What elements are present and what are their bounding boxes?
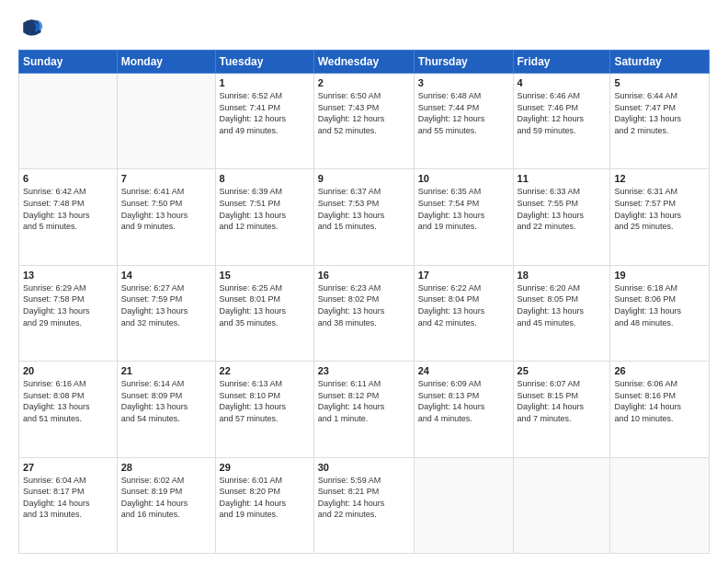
calendar: SundayMondayTuesdayWednesdayThursdayFrid…	[18, 50, 710, 554]
day-detail: Sunrise: 6:22 AM Sunset: 8:04 PM Dayligh…	[418, 282, 509, 328]
calendar-cell: 16Sunrise: 6:23 AM Sunset: 8:02 PM Dayli…	[313, 265, 414, 361]
day-detail: Sunrise: 6:42 AM Sunset: 7:48 PM Dayligh…	[23, 186, 113, 232]
day-number: 13	[23, 270, 113, 281]
calendar-cell	[19, 74, 118, 169]
day-detail: Sunrise: 6:14 AM Sunset: 8:09 PM Dayligh…	[121, 378, 211, 424]
day-detail: Sunrise: 6:06 AM Sunset: 8:16 PM Dayligh…	[614, 378, 705, 424]
day-number: 26	[614, 365, 705, 376]
logo	[18, 15, 48, 40]
calendar-cell: 11Sunrise: 6:33 AM Sunset: 7:55 PM Dayli…	[513, 169, 610, 265]
calendar-cell: 14Sunrise: 6:27 AM Sunset: 7:59 PM Dayli…	[117, 265, 215, 361]
calendar-cell: 24Sunrise: 6:09 AM Sunset: 8:13 PM Dayli…	[414, 362, 513, 457]
day-number: 15	[220, 270, 310, 281]
day-number: 12	[614, 173, 705, 184]
day-detail: Sunrise: 6:04 AM Sunset: 8:17 PM Dayligh…	[23, 475, 113, 521]
day-detail: Sunrise: 6:48 AM Sunset: 7:44 PM Dayligh…	[418, 90, 509, 136]
day-number: 4	[518, 77, 607, 88]
calendar-week-5: 27Sunrise: 6:04 AM Sunset: 8:17 PM Dayli…	[19, 457, 710, 553]
calendar-cell: 26Sunrise: 6:06 AM Sunset: 8:16 PM Dayli…	[610, 362, 710, 457]
day-detail: Sunrise: 6:09 AM Sunset: 8:13 PM Dayligh…	[418, 378, 509, 424]
day-detail: Sunrise: 6:18 AM Sunset: 8:06 PM Dayligh…	[614, 282, 705, 328]
calendar-cell: 5Sunrise: 6:44 AM Sunset: 7:47 PM Daylig…	[610, 74, 710, 169]
calendar-cell: 18Sunrise: 6:20 AM Sunset: 8:05 PM Dayli…	[513, 265, 610, 361]
weekday-header-thursday: Thursday	[414, 51, 513, 74]
day-detail: Sunrise: 6:46 AM Sunset: 7:46 PM Dayligh…	[518, 90, 607, 136]
day-number: 8	[220, 173, 310, 184]
calendar-cell	[513, 457, 610, 553]
day-number: 17	[418, 270, 509, 281]
day-detail: Sunrise: 6:11 AM Sunset: 8:12 PM Dayligh…	[318, 378, 410, 424]
calendar-cell: 6Sunrise: 6:42 AM Sunset: 7:48 PM Daylig…	[19, 169, 118, 265]
day-number: 28	[121, 462, 211, 473]
calendar-week-1: 1Sunrise: 6:52 AM Sunset: 7:41 PM Daylig…	[19, 74, 710, 169]
weekday-header-saturday: Saturday	[610, 51, 710, 74]
calendar-cell: 15Sunrise: 6:25 AM Sunset: 8:01 PM Dayli…	[215, 265, 313, 361]
day-number: 27	[23, 462, 113, 473]
calendar-cell: 27Sunrise: 6:04 AM Sunset: 8:17 PM Dayli…	[19, 457, 118, 553]
weekday-header-row: SundayMondayTuesdayWednesdayThursdayFrid…	[19, 51, 710, 74]
calendar-cell: 9Sunrise: 6:37 AM Sunset: 7:53 PM Daylig…	[313, 169, 414, 265]
calendar-cell: 3Sunrise: 6:48 AM Sunset: 7:44 PM Daylig…	[414, 74, 513, 169]
day-number: 21	[121, 365, 211, 376]
calendar-cell	[414, 457, 513, 553]
day-detail: Sunrise: 6:31 AM Sunset: 7:57 PM Dayligh…	[614, 186, 705, 232]
day-detail: Sunrise: 6:07 AM Sunset: 8:15 PM Dayligh…	[518, 378, 607, 424]
calendar-cell	[610, 457, 710, 553]
day-number: 7	[121, 173, 211, 184]
calendar-week-4: 20Sunrise: 6:16 AM Sunset: 8:08 PM Dayli…	[19, 362, 710, 457]
day-number: 5	[614, 77, 705, 88]
weekday-header-monday: Monday	[117, 51, 215, 74]
day-number: 19	[614, 270, 705, 281]
calendar-cell: 13Sunrise: 6:29 AM Sunset: 7:58 PM Dayli…	[19, 265, 118, 361]
weekday-header-sunday: Sunday	[19, 51, 118, 74]
day-number: 9	[318, 173, 410, 184]
day-detail: Sunrise: 6:25 AM Sunset: 8:01 PM Dayligh…	[220, 282, 310, 328]
header	[18, 15, 710, 40]
calendar-week-2: 6Sunrise: 6:42 AM Sunset: 7:48 PM Daylig…	[19, 169, 710, 265]
day-number: 2	[318, 77, 410, 88]
page: SundayMondayTuesdayWednesdayThursdayFrid…	[0, 0, 728, 563]
calendar-cell: 30Sunrise: 5:59 AM Sunset: 8:21 PM Dayli…	[313, 457, 414, 553]
day-detail: Sunrise: 6:37 AM Sunset: 7:53 PM Dayligh…	[318, 186, 410, 232]
day-number: 10	[418, 173, 509, 184]
day-detail: Sunrise: 6:35 AM Sunset: 7:54 PM Dayligh…	[418, 186, 509, 232]
day-number: 24	[418, 365, 509, 376]
day-detail: Sunrise: 6:16 AM Sunset: 8:08 PM Dayligh…	[23, 378, 113, 424]
calendar-cell: 25Sunrise: 6:07 AM Sunset: 8:15 PM Dayli…	[513, 362, 610, 457]
calendar-cell: 23Sunrise: 6:11 AM Sunset: 8:12 PM Dayli…	[313, 362, 414, 457]
day-number: 30	[318, 462, 410, 473]
calendar-cell: 8Sunrise: 6:39 AM Sunset: 7:51 PM Daylig…	[215, 169, 313, 265]
day-detail: Sunrise: 6:44 AM Sunset: 7:47 PM Dayligh…	[614, 90, 705, 136]
day-number: 3	[418, 77, 509, 88]
day-detail: Sunrise: 6:52 AM Sunset: 7:41 PM Dayligh…	[220, 90, 310, 136]
day-detail: Sunrise: 6:27 AM Sunset: 7:59 PM Dayligh…	[121, 282, 211, 328]
calendar-cell: 20Sunrise: 6:16 AM Sunset: 8:08 PM Dayli…	[19, 362, 118, 457]
day-detail: Sunrise: 5:59 AM Sunset: 8:21 PM Dayligh…	[318, 475, 410, 521]
calendar-cell: 4Sunrise: 6:46 AM Sunset: 7:46 PM Daylig…	[513, 74, 610, 169]
weekday-header-tuesday: Tuesday	[215, 51, 313, 74]
calendar-cell: 2Sunrise: 6:50 AM Sunset: 7:43 PM Daylig…	[313, 74, 414, 169]
calendar-body: 1Sunrise: 6:52 AM Sunset: 7:41 PM Daylig…	[19, 74, 710, 554]
day-number: 1	[220, 77, 310, 88]
day-detail: Sunrise: 6:20 AM Sunset: 8:05 PM Dayligh…	[518, 282, 607, 328]
weekday-header-wednesday: Wednesday	[313, 51, 414, 74]
day-detail: Sunrise: 6:29 AM Sunset: 7:58 PM Dayligh…	[23, 282, 113, 328]
day-number: 16	[318, 270, 410, 281]
day-number: 18	[518, 270, 607, 281]
day-number: 25	[518, 365, 607, 376]
calendar-cell	[117, 74, 215, 169]
day-number: 20	[23, 365, 113, 376]
day-detail: Sunrise: 6:02 AM Sunset: 8:19 PM Dayligh…	[121, 475, 211, 521]
calendar-cell: 19Sunrise: 6:18 AM Sunset: 8:06 PM Dayli…	[610, 265, 710, 361]
calendar-cell: 29Sunrise: 6:01 AM Sunset: 8:20 PM Dayli…	[215, 457, 313, 553]
day-number: 22	[220, 365, 310, 376]
day-detail: Sunrise: 6:50 AM Sunset: 7:43 PM Dayligh…	[318, 90, 410, 136]
day-detail: Sunrise: 6:13 AM Sunset: 8:10 PM Dayligh…	[220, 378, 310, 424]
calendar-cell: 10Sunrise: 6:35 AM Sunset: 7:54 PM Dayli…	[414, 169, 513, 265]
calendar-header: SundayMondayTuesdayWednesdayThursdayFrid…	[19, 51, 710, 74]
day-detail: Sunrise: 6:41 AM Sunset: 7:50 PM Dayligh…	[121, 186, 211, 232]
day-number: 6	[23, 173, 113, 184]
calendar-cell: 1Sunrise: 6:52 AM Sunset: 7:41 PM Daylig…	[215, 74, 313, 169]
day-detail: Sunrise: 6:33 AM Sunset: 7:55 PM Dayligh…	[518, 186, 607, 232]
calendar-week-3: 13Sunrise: 6:29 AM Sunset: 7:58 PM Dayli…	[19, 265, 710, 361]
